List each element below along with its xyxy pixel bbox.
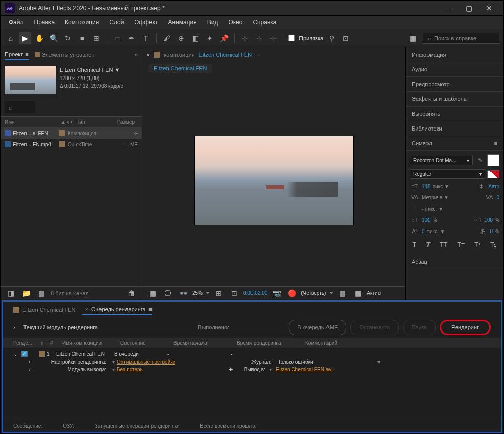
font-size-value[interactable]: 145 (422, 184, 431, 189)
text-tool[interactable]: T (140, 32, 152, 44)
workspace-icon[interactable]: ▦ (407, 32, 419, 44)
grid-icon[interactable]: ⊞ (213, 287, 225, 299)
snap-grid-icon[interactable]: ⊡ (340, 32, 352, 44)
orbit-tool[interactable]: ↻ (62, 32, 74, 44)
panel-info[interactable]: Информация (406, 47, 503, 62)
font-style-dropdown[interactable]: Regular▾ (410, 169, 485, 179)
output-to-link[interactable]: Eitzen Chemical FEN.avi (276, 367, 333, 372)
smallcaps-button[interactable]: Tᴛ (457, 241, 464, 248)
close-button[interactable]: ✕ (484, 3, 494, 13)
fill-swatch[interactable] (487, 154, 499, 166)
comp-preview[interactable] (195, 136, 353, 225)
tracking-value[interactable]: 0 (496, 195, 499, 200)
help-search[interactable]: ⌕ Поиск в справке (423, 33, 499, 44)
comp-icon[interactable]: ▦ (35, 287, 47, 299)
menu-layer[interactable]: Слой (105, 17, 128, 28)
snap-opts-icon[interactable]: ⚲ (325, 32, 338, 44)
selection-tool[interactable]: ▶ (19, 32, 31, 44)
zoom-tool[interactable]: 🔍 (47, 32, 60, 44)
panel-align[interactable]: Выровнять (406, 107, 503, 121)
menu-view[interactable]: Вид (203, 17, 222, 28)
stop-button[interactable]: Остановить (350, 320, 398, 335)
rect-tool[interactable]: ▭ (111, 32, 123, 44)
brush-tool[interactable]: 🖌 (161, 32, 173, 44)
menu-window[interactable]: Окно (224, 17, 246, 28)
panel-effects[interactable]: Эффекты и шаблоны (406, 92, 503, 107)
journal-value[interactable]: Только ошибки (273, 359, 375, 365)
world-axis-icon[interactable]: ⊹ (253, 32, 265, 44)
stroke-swatch[interactable] (487, 170, 499, 178)
bpc-label[interactable]: 8 бит на канал (51, 290, 89, 296)
render-button[interactable]: Рендеринг (440, 320, 491, 335)
add-output-icon[interactable]: ✚ (229, 367, 233, 372)
mag-icon[interactable]: ▦ (146, 287, 159, 299)
quality-label[interactable]: (Четверть) (301, 290, 326, 296)
eyedropper-icon[interactable]: ✎ (475, 156, 485, 164)
expand-icon[interactable]: › (13, 324, 15, 330)
comp-breadcrumb[interactable]: Eitzen Chemical FEN (148, 64, 212, 73)
x-icon[interactable]: × (146, 52, 149, 58)
timecode[interactable]: 0:00:02:00 (243, 290, 267, 296)
tsume-value[interactable]: 0 (490, 228, 493, 234)
pen-tool[interactable]: ✒ (125, 32, 138, 44)
zoom-value[interactable]: 25% (192, 290, 203, 296)
menu-help[interactable]: Справка (248, 17, 281, 28)
maximize-button[interactable]: ▢ (464, 3, 474, 13)
panel-character[interactable]: Символ≡ (406, 136, 503, 151)
vscale-value[interactable]: 100 (422, 217, 431, 223)
font-family-dropdown[interactable]: Robotron Dot Ma...▾ (410, 156, 473, 165)
comp-tab-name[interactable]: Eitzen Chemical FEN (199, 52, 253, 58)
menu-icon[interactable]: ≡ (256, 52, 259, 58)
tab-project[interactable]: Проект ≡ (5, 49, 29, 60)
subscript-button[interactable]: T₁ (490, 241, 496, 248)
view-axis-icon[interactable]: ⊹ (267, 32, 280, 44)
italic-button[interactable]: T (426, 241, 430, 248)
mask-icon[interactable]: 👓 (177, 287, 189, 299)
snapshot-icon[interactable]: 📷 (270, 287, 283, 299)
view1-icon[interactable]: ▦ (336, 287, 348, 299)
pan-behind-tool[interactable]: ⊞ (90, 32, 103, 44)
eraser-tool[interactable]: ◧ (189, 32, 201, 44)
minimize-button[interactable]: — (443, 3, 453, 13)
active-cam[interactable]: Актив (367, 290, 381, 296)
roto-tool[interactable]: ✦ (204, 32, 216, 44)
puppet-tool[interactable]: 📌 (218, 32, 230, 44)
leading-value[interactable]: Авто (488, 184, 499, 189)
menu-effect[interactable]: Эффект (130, 17, 162, 28)
trash-icon[interactable]: 🗑 (125, 287, 138, 299)
stroke-value[interactable]: - пикс. ▼ (422, 206, 443, 212)
guide-icon[interactable]: ⊡ (228, 287, 240, 299)
render-settings-link[interactable]: Оптимальные настройки (117, 359, 175, 365)
hscale-value[interactable]: 100 (484, 217, 493, 223)
tab-elements[interactable]: Элементы управлен (35, 49, 95, 60)
project-item[interactable]: Eitzen ...EN.mp4 QuickTime ... ME (1, 139, 142, 150)
allcaps-button[interactable]: TT (440, 241, 447, 248)
tab-timeline[interactable]: Eitzen Chemical FEN (13, 304, 76, 315)
home-tool[interactable]: ⌂ (5, 32, 17, 44)
panel-paragraph[interactable]: Абзац (406, 254, 503, 269)
superscript-button[interactable]: T¹ (474, 241, 480, 248)
pause-button[interactable]: Пауза (403, 320, 436, 335)
hand-tool[interactable]: ✋ (33, 32, 45, 44)
menu-file[interactable]: Файл (5, 17, 28, 28)
panel-audio[interactable]: Аудио (406, 62, 503, 77)
kerning-value[interactable]: Метриче ▼ (422, 195, 449, 200)
panel-libraries[interactable]: Библиотеки (406, 121, 503, 136)
queue-item-row[interactable]: ⌄ ✓ 1 Eitzen Chemical FEN В очереди - - (3, 350, 501, 358)
monitor-icon[interactable]: 🖵 (162, 287, 174, 299)
folder-icon[interactable]: 📁 (20, 287, 32, 299)
interp-icon[interactable]: ◨ (5, 287, 17, 299)
bold-button[interactable]: T (413, 241, 416, 248)
camera-tool[interactable]: ■ (76, 32, 88, 44)
baseline-value[interactable]: 0 (422, 228, 425, 234)
project-search[interactable] (5, 101, 35, 113)
clone-tool[interactable]: ⊕ (175, 32, 187, 44)
channel-icon[interactable]: 🔴 (286, 287, 298, 299)
snap-checkbox[interactable] (288, 35, 295, 41)
view2-icon[interactable]: ▦ (351, 287, 364, 299)
project-item[interactable]: Eitzen ...al FEN Композиция ⊹ (1, 127, 142, 139)
tab-render-queue[interactable]: ×Очередь рендеринга ≡ (82, 304, 153, 315)
menu-animation[interactable]: Анимация (164, 17, 200, 28)
queue-checkbox[interactable]: ✓ (21, 351, 28, 357)
menu-edit[interactable]: Правка (30, 17, 59, 28)
